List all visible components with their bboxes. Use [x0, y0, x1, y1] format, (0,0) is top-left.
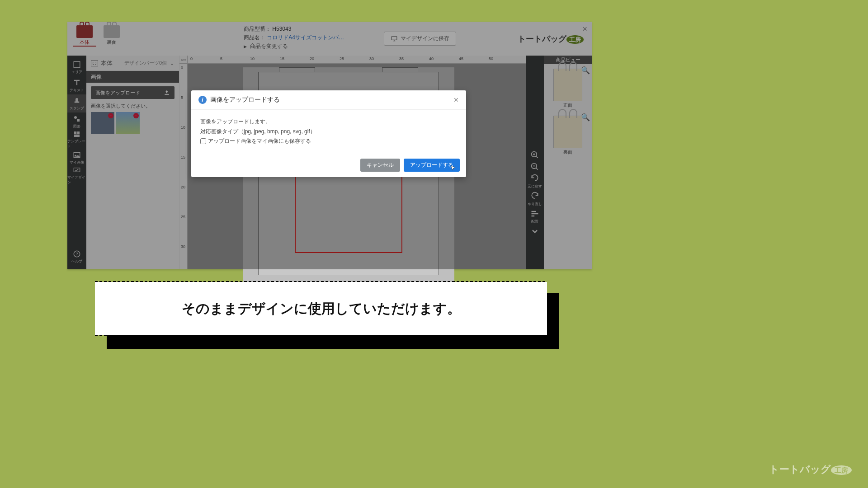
modal-text-line2: 対応画像タイプ（jpg, jpeg, bmp, png, svg, gif）: [200, 127, 457, 137]
modal-header: i 画像をアップロードする ✕: [191, 90, 466, 110]
save-to-myimage-checkbox[interactable]: アップロード画像をマイ画像にも保存する: [200, 136, 457, 146]
corner-brand-watermark: トートバッグ工房: [769, 463, 852, 476]
modal-body: 画像をアップロードします。 対応画像タイプ（jpg, jpeg, bmp, pn…: [191, 110, 466, 153]
modal-footer: キャンセル アップロードする: [191, 153, 466, 177]
modal-title: 画像をアップロードする: [210, 96, 280, 104]
cancel-button[interactable]: キャンセル: [360, 159, 400, 172]
upload-modal: i 画像をアップロードする ✕ 画像をアップロードします。 対応画像タイプ（jp…: [191, 90, 466, 177]
caption: そのままデザインに使用していただけます。: [95, 282, 547, 335]
upload-submit-button[interactable]: アップロードする: [404, 159, 460, 172]
caption-text: そのままデザインに使用していただけます。: [182, 300, 461, 318]
checkbox-input[interactable]: [200, 138, 206, 144]
info-icon: i: [198, 96, 207, 104]
caption-card: そのままデザインに使用していただけます。: [95, 282, 547, 335]
cursor-icon: [450, 165, 456, 173]
modal-text-line1: 画像をアップロードします。: [200, 117, 457, 127]
modal-close-button[interactable]: ✕: [453, 96, 459, 103]
